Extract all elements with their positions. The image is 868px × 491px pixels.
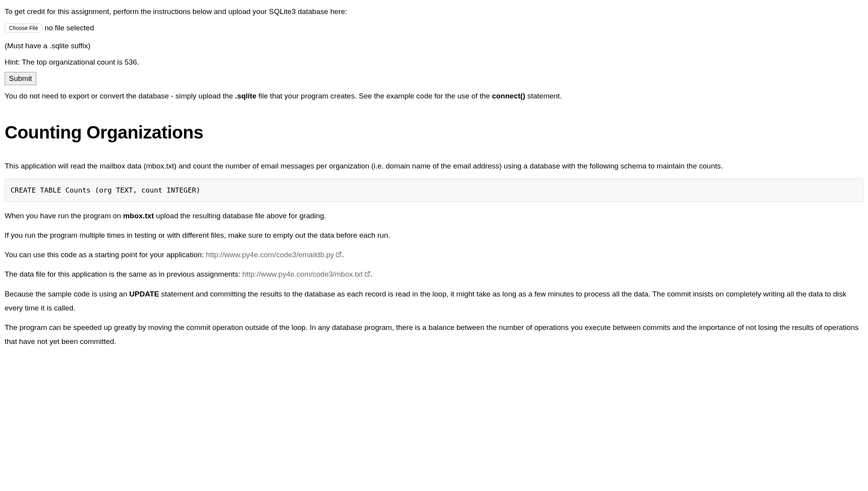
hint-prefix: Hint: The top organizational count is [5, 58, 125, 66]
choose-file-button[interactable]: Choose File [5, 23, 42, 33]
paragraph-data-file: The data file for this application is th… [5, 267, 863, 281]
p4-pre: You can use this code as a starting poin… [5, 251, 206, 259]
upload-note-mid: file that your program creates. See the … [257, 92, 492, 100]
paragraph-update-commit: Because the sample code is using an UPDA… [5, 287, 863, 315]
submit-button[interactable]: Submit [5, 72, 36, 85]
code-block-create-table: CREATE TABLE Counts (org TEXT, count INT… [5, 179, 863, 202]
page-heading: Counting Organizations [5, 116, 863, 149]
upload-note-bold-sqlite: .sqlite [235, 92, 257, 100]
upload-note-pre: You do not need to export or convert the… [5, 92, 235, 100]
p5-post: . [371, 270, 373, 278]
p2-bold-mbox: mbox.txt [123, 212, 154, 220]
paragraph-intro: This application will read the mailbox d… [5, 159, 863, 173]
no-file-selected-text: no file selected [45, 21, 94, 35]
external-link-icon [336, 251, 342, 258]
upload-note: You do not need to export or convert the… [5, 89, 863, 103]
link-emaildb[interactable]: http://www.py4e.com/code3/emaildb.py [206, 251, 334, 259]
suffix-requirement: (Must have a .sqlite suffix) [5, 39, 863, 53]
hint-value: 536 [125, 58, 137, 66]
upload-note-post: statement. [525, 92, 562, 100]
upload-note-bold-connect: connect() [492, 92, 525, 100]
paragraph-starter-code: You can use this code as a starting poin… [5, 248, 863, 262]
p2-pre: When you have run the program on [5, 212, 123, 220]
link-mbox[interactable]: http://www.py4e.com/code3/mbox.txt [242, 270, 362, 278]
external-link-icon [364, 271, 371, 277]
p4-post: . [342, 251, 344, 259]
svg-line-1 [367, 272, 370, 274]
svg-line-0 [338, 252, 341, 255]
p2-post: upload the resulting database file above… [154, 212, 326, 220]
upload-instruction: To get credit for this assignment, perfo… [5, 5, 863, 19]
file-input-row: Choose File no file selected [5, 21, 863, 35]
hint-text: Hint: The top organizational count is 53… [5, 55, 863, 69]
paragraph-speedup: The program can be speeded up greatly by… [5, 321, 863, 349]
p6-pre: Because the sample code is using an [5, 290, 129, 298]
paragraph-mbox: When you have run the program on mbox.tx… [5, 209, 863, 223]
paragraph-empty-warning: If you run the program multiple times in… [5, 228, 863, 242]
hint-suffix: . [137, 58, 139, 66]
p5-pre: The data file for this application is th… [5, 270, 242, 278]
p6-bold-update: UPDATE [129, 290, 159, 298]
